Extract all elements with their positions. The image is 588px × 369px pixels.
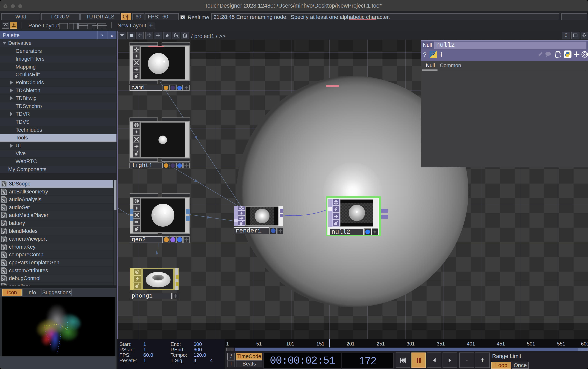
svg-text:COMP: COMP (2, 260, 6, 262)
svg-text:COMP: COMP (2, 213, 6, 214)
svg-text:COMP: COMP (2, 221, 6, 222)
svg-text:COMP: COMP (2, 229, 6, 230)
svg-text:COMP: COMP (2, 197, 6, 199)
svg-text:COMP: COMP (2, 189, 6, 191)
svg-text:COMP: COMP (2, 268, 6, 270)
svg-text:COMP: COMP (2, 284, 6, 286)
svg-text:COMP: COMP (2, 236, 6, 238)
svg-text:COMP: COMP (2, 252, 6, 254)
svg-text:COMP: COMP (2, 244, 6, 246)
svg-text:COMP: COMP (2, 205, 6, 207)
svg-text:COMP: COMP (2, 181, 6, 183)
svg-text:COMP: COMP (2, 276, 6, 278)
